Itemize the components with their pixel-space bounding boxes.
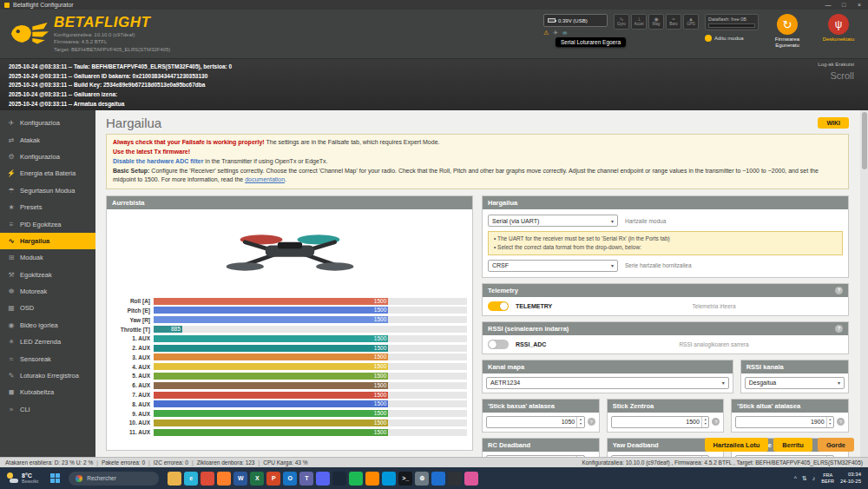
scroll-indicator[interactable]: Scroll xyxy=(818,70,854,81)
yaw-deadband-input[interactable]: 0▲▼ xyxy=(611,455,710,457)
taskbar-app-steam[interactable] xyxy=(332,472,346,486)
receiver-note: Always check that your Failsafe is worki… xyxy=(106,134,849,189)
help-icon[interactable]: ? xyxy=(835,325,843,333)
bind-receiver-button[interactable]: Hartzailea Lotu xyxy=(705,438,769,452)
rssi-channel-select[interactable]: Desgaitua ▾ xyxy=(745,377,845,389)
serial-provider-select[interactable]: CRSF ▾ xyxy=(488,260,618,272)
taskbar-app-discord[interactable] xyxy=(316,472,330,486)
rc-deadband-input[interactable]: 0▲▼ xyxy=(486,455,585,457)
spinner-icon[interactable]: ▲▼ xyxy=(701,456,708,457)
spinner-down-icon[interactable]: ▼ xyxy=(579,422,582,426)
spinner-icon[interactable]: ▲▼ xyxy=(701,417,708,427)
sidebar-item-konfigurazioa[interactable]: ⚙Konfigurazioa xyxy=(0,149,95,165)
taskbar-app-edge[interactable]: e xyxy=(184,472,198,486)
sidebar-item-moduak[interactable]: ⊞Moduak xyxy=(0,249,95,266)
close-button[interactable]: × xyxy=(852,0,866,10)
channel-bar-fill: 1500 xyxy=(154,335,388,342)
link-status-icon[interactable]: ∞ xyxy=(562,30,567,36)
content-scrollbar[interactable] xyxy=(860,110,868,457)
failsafe-icon: ☂ xyxy=(7,187,16,195)
sidebar-item-kutxabeltza[interactable]: ◼Kutxabeltza xyxy=(0,384,95,400)
receiver-mode-select[interactable]: Serial (via UART) ▾ xyxy=(488,215,618,227)
taskbar-app-excel[interactable]: X xyxy=(250,472,264,486)
sidebar-item-loturako-erregistroa[interactable]: ✎Loturako Erregistroa xyxy=(0,367,95,384)
channel-map-select[interactable]: AETR1234 ▾ xyxy=(486,377,729,389)
taskbar-app-settings[interactable]: ⚙ xyxy=(415,472,429,486)
weather-widget[interactable]: 8°C Bewolkt xyxy=(7,472,38,485)
taskbar-app-photos[interactable] xyxy=(431,472,445,486)
channel-row: 10. AUX1500 xyxy=(108,419,467,428)
chevron-up-icon[interactable]: ^ xyxy=(794,475,797,481)
taskbar-app-outlook[interactable]: O xyxy=(283,472,297,486)
language-indicator[interactable]: FRA BEFR xyxy=(821,472,834,484)
sidebar-item-osd[interactable]: ▦OSD xyxy=(0,300,95,316)
taskbar-app-chrome[interactable] xyxy=(201,472,214,486)
sidebar-item-sensoreak[interactable]: ≈Sensoreak xyxy=(0,350,95,367)
3d-throttle-deadband-input[interactable]: 50▲▼ xyxy=(735,455,834,457)
disconnect-button[interactable]: ψ Deskonektatu xyxy=(816,14,861,43)
help-icon[interactable]: ? xyxy=(835,287,843,294)
spinner-down-icon[interactable]: ▼ xyxy=(829,422,832,426)
show-log-button[interactable]: Log-ak Erakutsi xyxy=(818,62,854,67)
sidebar-item-motoreak[interactable]: ☸Motoreak xyxy=(0,283,95,300)
wiki-button[interactable]: WIKI xyxy=(818,117,849,129)
cli-icon: » xyxy=(7,406,16,413)
target-info: Target: BEFH/BETAFPVF405_ELRS(STM32F405) xyxy=(54,46,170,53)
scrollbar-thumb[interactable] xyxy=(862,112,867,169)
spinner-icon[interactable]: ▲▼ xyxy=(576,417,583,427)
sidebar-item-label: LED Zerrenda xyxy=(20,338,61,346)
maximize-button[interactable]: □ xyxy=(837,0,851,10)
minimize-button[interactable]: — xyxy=(821,0,835,10)
documentation-link[interactable]: documentation xyxy=(245,176,285,182)
taskbar-app-powerpoint[interactable]: P xyxy=(266,472,280,486)
help-icon[interactable]: ? xyxy=(712,418,720,426)
help-icon[interactable]: ? xyxy=(588,418,595,426)
help-icon[interactable]: ? xyxy=(837,418,845,426)
taskbar-app-vscode[interactable] xyxy=(382,472,396,486)
taskbar-app-spotify[interactable] xyxy=(349,472,363,486)
network-icon[interactable]: ⇅ xyxy=(802,475,807,482)
panel-title: Telemetry xyxy=(488,287,518,294)
taskbar-app-terminal[interactable]: >_ xyxy=(398,472,412,486)
firmware-flasher-button[interactable]: ↻ Firmwarea Eguneratu xyxy=(765,14,810,49)
taskbar-app-vlc[interactable] xyxy=(365,472,379,486)
volume-icon[interactable]: ♪ xyxy=(812,475,816,481)
sidebar-item-cli[interactable]: »CLI xyxy=(0,401,95,418)
save-button[interactable]: Gorde xyxy=(818,438,854,452)
sidebar-item-egokitzeak[interactable]: ⚒Egokitzeak xyxy=(0,267,95,283)
spinner-icon[interactable]: ▲▼ xyxy=(826,417,833,427)
sidebar-item-konfigurazioa[interactable]: ✈Konfigurazioa xyxy=(0,115,95,131)
sidebar-item-pid-egokitzea[interactable]: ≡PID Egokitzea xyxy=(0,215,95,232)
start-button[interactable] xyxy=(50,473,60,483)
spinner-icon[interactable]: ▲▼ xyxy=(576,456,583,457)
sidebar-item-segurtasun-modua[interactable]: ☂Segurtasun Modua xyxy=(0,182,95,199)
sidebar-item-bideo-igorlea[interactable]: ◉Bideo igorlea xyxy=(0,317,95,334)
spinner-icon[interactable]: ▲▼ xyxy=(826,456,833,457)
taskbar-app-paint[interactable] xyxy=(464,472,478,486)
panel-title: Yaw Deadband xyxy=(613,441,659,449)
sidebar-item-presets[interactable]: ★Presets xyxy=(0,199,95,215)
channel-label: 7. AUX xyxy=(108,392,154,398)
clock[interactable]: 03:34 24-10-25 xyxy=(840,472,861,485)
expert-mode-toggle[interactable]: Aditu modua xyxy=(705,35,759,42)
refresh-button[interactable]: Berritu xyxy=(773,438,812,452)
sidebar-item-atakak[interactable]: ⇄Atakak xyxy=(0,131,95,148)
channel-value: 1500 xyxy=(374,429,386,436)
sidebar-item-hargailua[interactable]: ∿Hargailua xyxy=(0,233,95,249)
taskbar-app-file-explorer[interactable] xyxy=(168,472,181,486)
taskbar-app-calculator[interactable] xyxy=(448,472,462,486)
sidebar-item-label: Presets xyxy=(20,203,42,211)
spinner-down-icon[interactable]: ▼ xyxy=(704,422,707,426)
stick-altua-atalasea-input[interactable]: 1900▲▼ xyxy=(735,416,834,428)
stick-baxua-atalasea-input[interactable]: 1050▲▼ xyxy=(486,416,585,428)
feature-description: RSSI analogikoaren sarrera xyxy=(585,341,843,347)
rssi-adc-toggle[interactable] xyxy=(488,340,509,349)
taskbar-search[interactable]: Rechercher xyxy=(69,472,159,486)
taskbar-app-firefox[interactable] xyxy=(217,472,231,486)
taskbar-app-word[interactable]: W xyxy=(233,472,247,486)
stick-zentroa-input[interactable]: 1500▲▼ xyxy=(611,416,710,428)
taskbar-app-teams[interactable]: T xyxy=(299,472,313,486)
sidebar-item-led-zerrenda[interactable]: ☀LED Zerrenda xyxy=(0,334,95,350)
sidebar-item-energia-eta-bateria[interactable]: ⚡Energia eta Bateria xyxy=(0,165,95,182)
telemetry-toggle[interactable] xyxy=(488,301,509,311)
